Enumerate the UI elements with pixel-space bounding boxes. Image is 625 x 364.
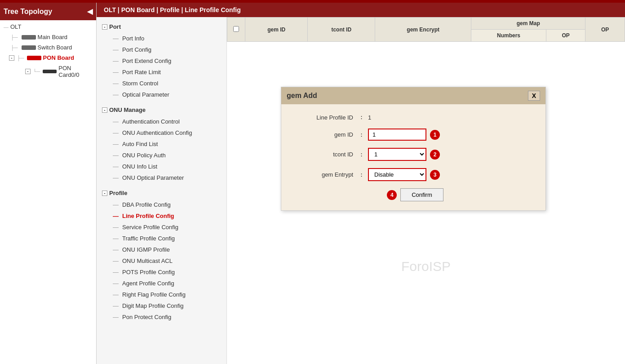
nav-item-pots-profile-config[interactable]: — POTS Profile Config xyxy=(97,266,226,278)
nav-section-port: - Port — Port Info — Port Config — Port … xyxy=(97,21,226,100)
step-4-badge: 4 xyxy=(387,190,397,200)
tree-main-board[interactable]: ├─ Main Board xyxy=(7,32,96,42)
tree-pon-card-group: - └─ PON Card0/0 xyxy=(7,63,96,80)
line-profile-id-value: 1 xyxy=(368,114,371,121)
nav-section-profile: - Profile — DBA Profile Config — Line Pr… xyxy=(97,187,226,323)
gem-id-input[interactable] xyxy=(368,129,426,141)
nav-item-onu-multicast-acl[interactable]: — ONU Multicast ACL xyxy=(97,255,226,266)
tcont-id-select[interactable]: 1 xyxy=(368,148,426,161)
port-info-label: Port Info xyxy=(122,35,144,42)
table-header-gem-map: gem Map xyxy=(471,18,585,30)
onu-manage-section-label: ONU Manage xyxy=(109,107,146,113)
onu-multicast-acl-label: ONU Multicast ACL xyxy=(122,257,173,264)
gem-add-close-button[interactable]: X xyxy=(528,91,540,101)
right-flag-profile-config-label: Right Flag Profile Config xyxy=(122,291,186,298)
dash-icon: — xyxy=(113,129,119,136)
pon-card-label: PON Card0/0 xyxy=(58,65,93,78)
pon-protect-config-label: Pon Protect Config xyxy=(122,314,171,320)
step-1-badge: 1 xyxy=(430,130,440,140)
sidebar-collapse-icon[interactable]: ◀ xyxy=(87,7,93,16)
port-section-expand[interactable]: - xyxy=(102,24,107,30)
nav-item-optical-parameter[interactable]: — Optical Parameter xyxy=(97,89,226,100)
nav-item-dba-profile-config[interactable]: — DBA Profile Config xyxy=(97,199,226,210)
nav-item-auto-find-list[interactable]: — Auto Find List xyxy=(97,138,226,150)
nav-item-onu-auth-config[interactable]: — ONU Authentication Config xyxy=(97,127,226,138)
nav-section-onu-manage-header[interactable]: - ONU Manage xyxy=(97,104,226,116)
dash-icon: — xyxy=(113,118,119,125)
table-header-op: OP xyxy=(585,18,625,42)
nav-section-onu-manage: - ONU Manage — Authentication Control — … xyxy=(97,104,226,183)
form-row-gem-encrypt: gem Entrypt ： Disable Enable 3 xyxy=(295,168,532,181)
form-row-line-profile-id: Line Profile ID ： 1 xyxy=(295,113,532,121)
nav-item-agent-profile-config[interactable]: — Agent Profile Config xyxy=(97,278,226,289)
gem-encrypt-select[interactable]: Disable Enable xyxy=(368,168,426,181)
tree-pon-card[interactable]: - └─ PON Card0/0 xyxy=(25,63,96,80)
form-row-gem-id: gem ID ： 1 xyxy=(295,129,532,141)
nav-item-port-rate-limit[interactable]: — Port Rate Limit xyxy=(97,67,226,78)
confirm-row: 4 Confirm xyxy=(295,188,532,201)
gem-add-dialog: gem Add X Line Profile ID ： 1 gem ID xyxy=(281,87,546,211)
tree-pon-board[interactable]: - ├─ PON Board xyxy=(7,53,96,63)
tree-olt-label: OLT xyxy=(10,23,21,30)
pon-board-expand[interactable]: - xyxy=(9,55,14,61)
pon-board-label: PON Board xyxy=(43,54,74,61)
nav-item-onu-policy-auth[interactable]: — ONU Policy Auth xyxy=(97,150,226,161)
confirm-button[interactable]: Confirm xyxy=(400,188,443,201)
middle-layout: - Port — Port Info — Port Config — Port … xyxy=(97,17,625,364)
nav-item-traffic-profile-config[interactable]: — Traffic Profile Config xyxy=(97,233,226,244)
storm-control-label: Storm Control xyxy=(122,80,158,87)
switch-board-icon xyxy=(22,45,36,50)
nav-item-authentication-control[interactable]: — Authentication Control xyxy=(97,116,226,127)
sidebar: Tree Topology ◀ — OLT ├─ Main Board ├─ xyxy=(0,3,97,364)
nav-item-service-profile-config[interactable]: — Service Profile Config xyxy=(97,222,226,233)
select-all-checkbox[interactable] xyxy=(233,26,239,32)
nav-item-port-config[interactable]: — Port Config xyxy=(97,44,226,55)
profile-section-label: Profile xyxy=(109,190,127,196)
content-area: OLT | PON Board | Profile | Line Profile… xyxy=(97,3,625,364)
nav-item-right-flag-profile-config[interactable]: — Right Flag Profile Config xyxy=(97,289,226,300)
nav-item-pon-protect-config[interactable]: — Pon Protect Config xyxy=(97,311,226,323)
dash-icon: — xyxy=(113,163,119,170)
tree-switch-board[interactable]: ├─ Switch Board xyxy=(7,42,96,53)
line-profile-id-label: Line Profile ID xyxy=(295,114,353,121)
tree-olt[interactable]: — OLT xyxy=(0,22,96,32)
pots-profile-config-label: POTS Profile Config xyxy=(122,269,175,275)
dba-profile-config-label: DBA Profile Config xyxy=(122,201,171,208)
dash-icon: — xyxy=(113,291,119,298)
onu-info-list-label: ONU Info List xyxy=(122,163,157,170)
watermark: ForoISP xyxy=(401,259,451,274)
nav-section-port-header[interactable]: - Port xyxy=(97,21,226,33)
nav-item-port-extend-config[interactable]: — Port Extend Config xyxy=(97,55,226,67)
dash-icon: — xyxy=(113,152,119,159)
pon-card-expand[interactable]: - xyxy=(25,69,31,74)
nav-item-port-info[interactable]: — Port Info xyxy=(97,33,226,44)
port-extend-config-label: Port Extend Config xyxy=(122,58,171,64)
table-header-gem-map-op: OP xyxy=(546,30,585,42)
dash-icon: — xyxy=(113,141,119,147)
dash-icon: — xyxy=(113,174,119,181)
dash-icon: — xyxy=(113,58,119,64)
dash-icon: — xyxy=(113,91,119,98)
nav-panel: - Port — Port Info — Port Config — Port … xyxy=(97,17,227,364)
sidebar-header[interactable]: Tree Topology ◀ xyxy=(0,3,96,20)
pon-board-icon xyxy=(27,56,41,60)
port-rate-limit-label: Port Rate Limit xyxy=(122,69,161,75)
main-panel: gem ID tcont ID gem Encrypt gem Map xyxy=(227,17,625,364)
profile-section-expand[interactable]: - xyxy=(102,191,107,196)
gem-id-label: gem ID xyxy=(295,131,353,138)
nav-item-onu-info-list[interactable]: — ONU Info List xyxy=(97,161,226,172)
table-header-tcont-id: tcont ID xyxy=(308,18,375,42)
dash-icon: — xyxy=(113,201,119,208)
auto-find-list-label: Auto Find List xyxy=(122,141,158,147)
nav-item-storm-control[interactable]: — Storm Control xyxy=(97,78,226,89)
tree-olt-children: ├─ Main Board ├─ Switch Board - ├─ xyxy=(0,32,96,80)
nav-section-profile-header[interactable]: - Profile xyxy=(97,187,226,199)
nav-item-onu-optical-parameter[interactable]: — ONU Optical Parameter xyxy=(97,172,226,183)
nav-item-digit-map-profile-config[interactable]: — Digit Map Profile Config xyxy=(97,300,226,311)
nav-item-onu-igmp-profile[interactable]: — ONU IGMP Profile xyxy=(97,244,226,255)
onu-manage-section-expand[interactable]: - xyxy=(102,107,107,113)
colon-2: ： xyxy=(359,131,364,139)
nav-item-line-profile-config[interactable]: — Line Profile Config xyxy=(97,210,226,222)
main-board-label: Main Board xyxy=(38,34,67,40)
tree-item-olt: — OLT ├─ Main Board ├─ Switch Board xyxy=(0,20,96,81)
